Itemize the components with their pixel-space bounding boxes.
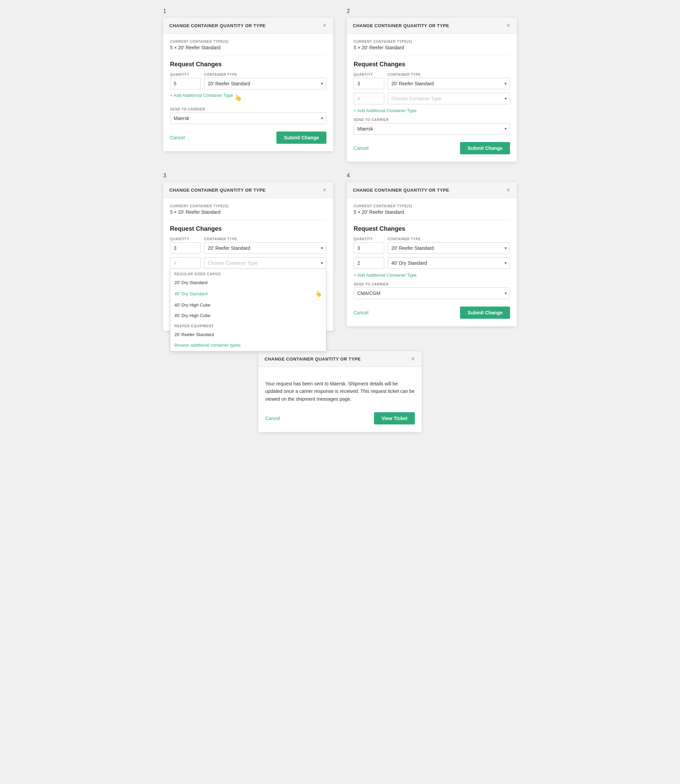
dropdown-item-40dry[interactable]: 40' Dry Standard 👆 xyxy=(170,288,326,300)
container-type-select-2a[interactable]: 20' Reefer Standard xyxy=(387,78,510,90)
carrier-select-2[interactable]: Maersk xyxy=(354,123,510,135)
cancel-button-5[interactable]: Cancel xyxy=(265,416,280,421)
quantity-field-group-4a: QUANTITY xyxy=(354,237,384,254)
carrier-select-wrapper-2: Maersk ▾ xyxy=(354,123,510,135)
dropdown-item-20dry[interactable]: 20' Dry Standard xyxy=(170,277,326,288)
container-type-select-wrapper-2b: Choose Container Type ▾ xyxy=(387,93,510,104)
form-row-2a: QUANTITY CONTAINER TYPE 20' Reefer Stand… xyxy=(354,73,510,90)
quantity-input-2b[interactable] xyxy=(354,93,384,104)
container-type-select-2b[interactable]: Choose Container Type xyxy=(387,93,510,104)
panel-number-2: 2 xyxy=(347,8,517,14)
current-label-4: CURRENT CONTAINER TYPE(S) xyxy=(354,204,510,208)
modal-body-5: Your request has been sent to Maersk. Sh… xyxy=(258,367,422,432)
panel-number-1: 1 xyxy=(163,8,333,14)
confirmation-text-5: Your request has been sent to Maersk. Sh… xyxy=(265,373,415,411)
quantity-input-4a[interactable] xyxy=(354,242,384,254)
container-type-select-1[interactable]: 20' Reefer Standard xyxy=(204,78,326,90)
current-container-section-1: CURRENT CONTAINER TYPE(S) 5 × 20' Reefer… xyxy=(170,40,326,50)
modal-footer-4: Cancel Submit Change xyxy=(354,305,510,320)
container-type-field-group-1: CONTAINER TYPE 20' Reefer Standard ▾ xyxy=(204,73,326,90)
container-type-label-3a: CONTAINER TYPE xyxy=(204,237,326,241)
modal-2: CHANGE CONTAINER QUANTITY OR TYPE × CURR… xyxy=(347,18,517,162)
panel-number-4: 4 xyxy=(347,173,517,179)
quantity-field-group-3a: QUANTITY xyxy=(170,237,201,254)
container-type-select-4a[interactable]: 20' Reefer Standard xyxy=(387,242,510,254)
carrier-select-1[interactable]: Maersk xyxy=(170,113,326,124)
close-button-4[interactable]: × xyxy=(505,187,511,193)
quantity-input-1[interactable] xyxy=(170,78,201,90)
container-type-field-group-2b: Choose Container Type ▾ xyxy=(387,93,510,104)
quantity-field-group-2b xyxy=(354,93,384,104)
add-container-link-1[interactable]: + Add Additional Container Type xyxy=(170,93,233,98)
form-row-2b: Choose Container Type ▾ xyxy=(354,93,510,104)
container-type-field-group-2a: CONTAINER TYPE 20' Reefer Standard ▾ xyxy=(387,73,510,90)
current-container-value-4: 5 × 20' Reefer Standard xyxy=(354,209,510,215)
container-type-select-3b[interactable]: Choose Container Type xyxy=(204,257,326,269)
dropdown-item-45dryhigh[interactable]: 45' Dry High Cube xyxy=(170,310,326,321)
current-label-1: CURRENT CONTAINER TYPE(S) xyxy=(170,40,326,44)
carrier-select-wrapper-4: CMA/CGM ▾ xyxy=(354,288,510,299)
send-to-carrier-label-1: SEND TO CARRIER xyxy=(170,107,326,111)
form-row-1: QUANTITY CONTAINER TYPE 20' Reefer Stand… xyxy=(170,73,326,90)
container-type-select-wrapper-4b: 40' Dry Standard ▾ xyxy=(387,257,510,269)
quantity-field-group-4b xyxy=(354,257,384,269)
cancel-button-2[interactable]: Cancel xyxy=(354,145,368,151)
form-row-3b: Choose Container Type ▾ REGULAR SIZED CA… xyxy=(170,257,326,269)
modal-1: CHANGE CONTAINER QUANTITY OR TYPE × CURR… xyxy=(163,18,333,151)
dropdown-item-20reefer[interactable]: 20' Reefer Standard xyxy=(170,329,326,340)
close-button-3[interactable]: × xyxy=(322,187,327,193)
close-button-1[interactable]: × xyxy=(322,22,327,28)
panel-5-wrapper: 5 CHANGE CONTAINER QUANTITY OR TYPE × Yo… xyxy=(163,341,517,432)
current-container-section-3: CURRENT CONTAINER TYPE(S) 5 × 20' Reefer… xyxy=(170,204,326,215)
form-row-3a: QUANTITY CONTAINER TYPE 20' Reefer Stand… xyxy=(170,237,326,254)
close-button-5[interactable]: × xyxy=(410,356,416,362)
modal-header-3: CHANGE CONTAINER QUANTITY OR TYPE × xyxy=(163,182,333,198)
carrier-select-4[interactable]: CMA/CGM xyxy=(354,288,510,299)
add-container-link-2[interactable]: + Add Additional Container Type xyxy=(354,108,417,113)
modal-header-2: CHANGE CONTAINER QUANTITY OR TYPE × xyxy=(347,18,517,34)
form-row-4a: QUANTITY CONTAINER TYPE 20' Reefer Stand… xyxy=(354,237,510,254)
carrier-select-wrapper-1: Maersk ▾ xyxy=(170,113,326,124)
request-changes-title-1: Request Changes xyxy=(170,61,326,68)
submit-button-2[interactable]: Submit Change xyxy=(460,142,510,154)
request-changes-title-2: Request Changes xyxy=(354,61,510,68)
close-button-2[interactable]: × xyxy=(505,22,511,28)
container-type-select-wrapper-1: 20' Reefer Standard ▾ xyxy=(204,78,326,90)
container-type-select-wrapper-4a: 20' Reefer Standard ▾ xyxy=(387,242,510,254)
submit-button-1[interactable]: Submit Change xyxy=(276,132,326,144)
cancel-button-1[interactable]: Cancel xyxy=(170,135,185,140)
dropdown-item-40dryhigh[interactable]: 40' Dry High Cube xyxy=(170,300,326,310)
modal-body-2: CURRENT CONTAINER TYPE(S) 5 × 20' Reefer… xyxy=(347,34,517,162)
dropdown-item-40dry-label: 40' Dry Standard xyxy=(175,291,208,296)
container-type-select-4b[interactable]: 40' Dry Standard xyxy=(387,257,510,269)
quantity-input-4b[interactable] xyxy=(354,257,384,269)
quantity-input-3a[interactable] xyxy=(170,242,201,254)
view-ticket-button[interactable]: View Ticket xyxy=(374,412,415,424)
container-type-select-wrapper-2a: 20' Reefer Standard ▾ xyxy=(387,78,510,90)
modal-title-1: CHANGE CONTAINER QUANTITY OR TYPE xyxy=(169,23,266,28)
modal-footer-5: Cancel View Ticket xyxy=(265,411,415,426)
quantity-field-group-3b xyxy=(170,257,201,269)
quantity-input-2a[interactable] xyxy=(354,78,384,90)
dropdown-browse-link[interactable]: Browse additional container types xyxy=(170,340,326,351)
modal-title-3: CHANGE CONTAINER QUANTITY OR TYPE xyxy=(169,188,266,193)
add-container-link-4[interactable]: + Add Additional Container Type xyxy=(354,273,417,278)
cursor-hand-1: 👆 xyxy=(234,93,242,102)
quantity-field-group-1: QUANTITY xyxy=(170,73,201,90)
panel-number-3: 3 xyxy=(163,173,333,179)
submit-button-4[interactable]: Submit Change xyxy=(460,306,510,319)
container-type-label-1: CONTAINER TYPE xyxy=(204,73,326,77)
current-label-2: CURRENT CONTAINER TYPE(S) xyxy=(354,40,510,44)
quantity-label-3a: QUANTITY xyxy=(170,237,201,241)
send-to-carrier-section-1: SEND TO CARRIER Maersk ▾ xyxy=(170,107,326,124)
modal-header-4: CHANGE CONTAINER QUANTITY OR TYPE × xyxy=(347,182,517,198)
cancel-button-4[interactable]: Cancel xyxy=(354,310,368,315)
send-to-carrier-label-2: SEND TO CARRIER xyxy=(354,118,510,122)
quantity-label-1: QUANTITY xyxy=(170,73,201,77)
container-type-select-3a[interactable]: 20' Reefer Standard xyxy=(204,242,326,254)
dropdown-container-3: Choose Container Type ▾ REGULAR SIZED CA… xyxy=(204,257,326,269)
modal-body-4: CURRENT CONTAINER TYPE(S) 5 × 20' Reefer… xyxy=(347,198,517,326)
modal-title-2: CHANGE CONTAINER QUANTITY OR TYPE xyxy=(353,23,449,28)
current-container-section-4: CURRENT CONTAINER TYPE(S) 5 × 20' Reefer… xyxy=(354,204,510,215)
quantity-input-3b[interactable] xyxy=(170,257,201,269)
